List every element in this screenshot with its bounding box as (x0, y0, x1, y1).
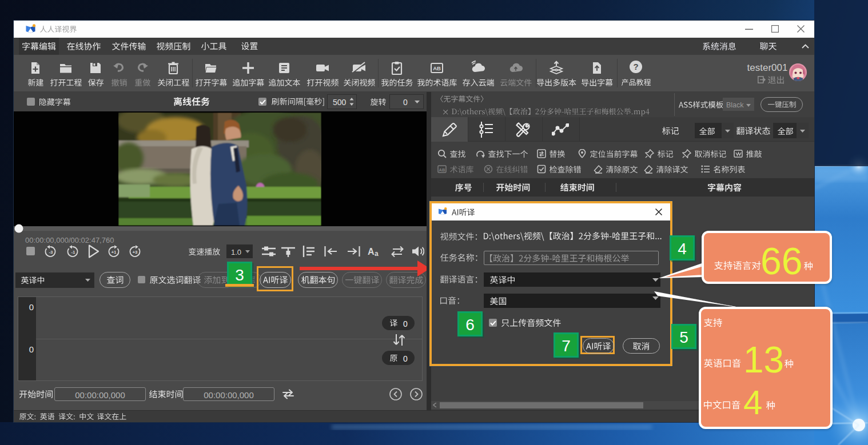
svg-text:?: ? (633, 62, 638, 71)
svg-text:+1: +1 (111, 250, 117, 255)
svg-text:AB: AB (439, 167, 445, 173)
svg-text:-3: -3 (49, 250, 53, 255)
svg-text:-1: -1 (71, 250, 75, 255)
svg-text:AB: AB (433, 65, 441, 71)
svg-text:+3: +3 (132, 250, 138, 255)
